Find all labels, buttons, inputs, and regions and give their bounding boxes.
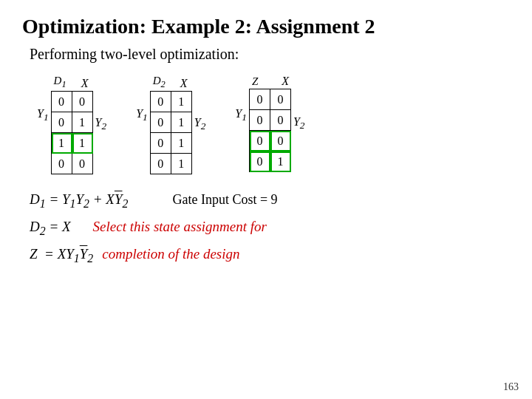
page: Optimization: Example 2: Assignment 2 Pe… — [0, 0, 532, 399]
d2-y1-area: Y1 — [136, 75, 148, 123]
gate-cost-label: Gate Input Cost = 9 — [172, 189, 277, 211]
z-cell-11: 0 — [270, 110, 291, 131]
d2-top-label: D2 — [153, 75, 166, 90]
d2-y1-label: Y1 — [136, 107, 148, 123]
z-eq-label: Z = XY1Y2 — [30, 242, 93, 268]
z-cell-20: 0 — [250, 131, 270, 151]
d1-top-label: D1 — [54, 75, 66, 90]
z-top-label: Z — [252, 75, 258, 88]
d2-x-label: X — [180, 77, 188, 90]
z-cell-21: 0 — [270, 131, 291, 151]
d1-y1-area: Y1 — [37, 75, 49, 123]
z-y1-label: Y1 — [235, 107, 247, 123]
d1-cell-21: 1 — [72, 133, 93, 154]
d2-eq-label: D2 = X — [30, 215, 71, 241]
diagram-d1: Y1 D1 X 0 0 0 1 1 1 0 0 — [37, 75, 106, 174]
z-grid: 0 0 0 0 0 0 0 1 — [249, 89, 291, 172]
z-x-label: X — [282, 75, 289, 88]
d2-grid: 0 1 0 1 0 1 0 1 — [150, 91, 192, 174]
d1-y2-label: Y2 — [95, 116, 107, 132]
d1-y1-label: Y1 — [37, 107, 49, 123]
d1-grid: 0 0 0 1 1 1 0 0 — [51, 91, 93, 174]
d2-cell-20: 0 — [151, 133, 171, 154]
z-kmap: Z X 0 0 0 0 0 0 0 1 — [249, 75, 291, 172]
z-cell-10: 0 — [250, 110, 270, 131]
z-cell-00: 0 — [250, 89, 270, 110]
d2-kmap: D2 X 0 1 0 1 0 1 0 1 — [150, 75, 192, 174]
diagram-d2: Y1 D2 X 0 1 0 1 0 1 0 1 — [136, 75, 205, 174]
page-title: Optimization: Example 2: Assignment 2 — [22, 15, 510, 38]
z-y1-area: Y1 — [235, 75, 247, 123]
d1-cell-30: 0 — [52, 154, 72, 174]
d1-cell-20: 1 — [52, 133, 72, 154]
d1-cell-10: 0 — [52, 112, 72, 133]
d1-cell-11: 1 — [72, 112, 93, 133]
z-cell-30: 0 — [250, 151, 270, 172]
z-cell-31: 1 — [270, 151, 291, 172]
d1-eq-label: D1 = Y1Y2 + XY2 — [30, 188, 128, 214]
d2-cell-21: 1 — [171, 133, 192, 154]
equations-section: D1 = Y1Y2 + XY2 Gate Input Cost = 9 D2 =… — [30, 188, 510, 268]
page-number: 163 — [503, 381, 519, 393]
completion-text: completion of the design — [102, 242, 239, 265]
d2-y2-label: Y2 — [194, 116, 206, 132]
select-text: Select this state assignment for — [93, 215, 267, 238]
z-y2-label: Y2 — [293, 115, 305, 132]
d1-cell-00: 0 — [52, 92, 72, 112]
d1-kmap: D1 X 0 0 0 1 1 1 0 0 — [51, 75, 93, 174]
d2-cell-01: 1 — [171, 92, 192, 112]
d2-cell-11: 1 — [171, 112, 192, 133]
d1-x-label: X — [81, 77, 89, 90]
z-cell-01: 0 — [270, 89, 291, 110]
d2-cell-10: 0 — [151, 112, 171, 133]
d2-cell-00: 0 — [151, 92, 171, 112]
d2-cell-31: 1 — [171, 154, 192, 174]
d1-cell-31: 0 — [72, 154, 93, 174]
eq-line-z: Z = XY1Y2 completion of the design — [30, 242, 510, 268]
d2-cell-30: 0 — [151, 154, 171, 174]
diagrams-row: Y1 D1 X 0 0 0 1 1 1 0 0 — [37, 75, 510, 174]
eq-line-d1: D1 = Y1Y2 + XY2 Gate Input Cost = 9 — [30, 188, 510, 214]
bullet-text: Performing two-level optimization: — [30, 46, 510, 63]
eq-line-d2: D2 = X Select this state assignment for — [30, 215, 510, 241]
d1-cell-01: 0 — [72, 92, 93, 112]
diagram-z: Y1 Z X 0 0 0 0 0 0 0 1 — [235, 75, 304, 172]
